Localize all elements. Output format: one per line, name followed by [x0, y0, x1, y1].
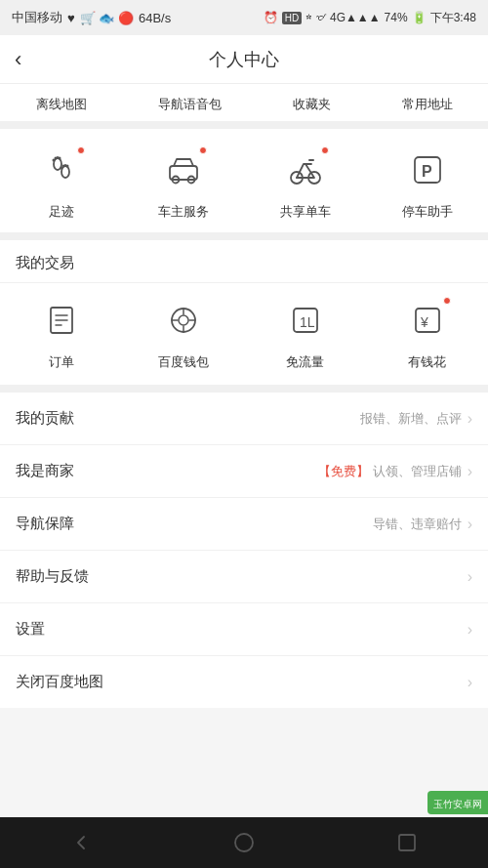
svg-point-9 [65, 165, 68, 168]
svg-text:1L: 1L [300, 314, 315, 330]
settings-chevron-icon: › [468, 621, 472, 639]
transaction-data-free[interactable]: 1L 免流量 [280, 295, 331, 371]
wallet-label: 百度钱包 [158, 353, 209, 371]
carrier-text: 中国移动 [12, 9, 62, 26]
my-transactions-label: 我的交易 [16, 254, 74, 270]
transaction-wallet[interactable]: 百度钱包 [158, 295, 209, 371]
speed-text: 64B/s [139, 11, 171, 25]
svg-point-23 [179, 315, 188, 325]
footprint-icon-wrapper [36, 145, 87, 195]
footprint-icon [42, 150, 81, 189]
heart-icon: ♥ [67, 11, 75, 25]
parking-icon: P [408, 150, 447, 189]
parking-label: 停车助手 [402, 203, 453, 221]
home-nav-button[interactable] [220, 818, 268, 867]
favorites-label: 收藏夹 [293, 96, 331, 113]
watermark: 玉竹安卓网 [427, 791, 488, 814]
header: ‹ 个人中心 [0, 35, 488, 84]
transactions-grid: 订单 百度钱包 1L 免流量 [0, 295, 488, 371]
contribution-right: 报错、新增、点评 › [360, 410, 472, 428]
quick-nav-offline-map[interactable]: 离线地图 [36, 96, 87, 113]
merchant-desc: 认领、管理店铺 [373, 463, 462, 480]
transaction-money[interactable]: ¥ 有钱花 [402, 295, 453, 371]
battery-icon: 🔋 [412, 11, 427, 24]
bike-red-dot [321, 146, 329, 154]
transaction-section-title: 我的交易 [0, 240, 488, 283]
page-title: 个人中心 [209, 48, 279, 71]
money-label: 有钱花 [408, 353, 446, 371]
car-icon [164, 150, 203, 189]
list-item-help[interactable]: 帮助与反馈 › [0, 551, 488, 603]
time-text: 下午3:48 [430, 10, 476, 26]
service-parking[interactable]: P 停车助手 [402, 145, 453, 221]
voice-pack-label: 导航语音包 [158, 96, 222, 113]
help-chevron-icon: › [468, 568, 472, 586]
contribution-desc: 报错、新增、点评 [360, 410, 462, 428]
merchant-label: 我是商家 [16, 462, 74, 480]
contribution-chevron-icon: › [468, 410, 472, 428]
data-free-icon: 1L [286, 301, 325, 340]
signal-icons: ☆ ᝫ 4G▲▲▲ [305, 11, 380, 24]
status-right: ⏰ HD ☆ ᝫ 4G▲▲▲ 74% 🔋 下午3:48 [264, 10, 476, 26]
wallet-icon [164, 301, 203, 340]
bike-icon-wrapper [280, 145, 331, 195]
parking-icon-wrapper: P [402, 145, 453, 195]
transactions-section: 订单 百度钱包 1L 免流量 [0, 283, 488, 393]
back-button[interactable]: ‹ [15, 47, 21, 72]
list-item-merchant[interactable]: 我是商家 【免费】 认领、管理店铺 › [0, 445, 488, 498]
money-red-dot [443, 297, 451, 305]
close-app-label: 关闭百度地图 [16, 673, 103, 691]
bike-icon [286, 150, 325, 189]
footprint-label: 足迹 [49, 203, 74, 221]
help-right: › [466, 568, 472, 586]
svg-text:¥: ¥ [420, 314, 428, 330]
services-section: 足迹 车主服务 [0, 129, 488, 240]
services-grid: 足迹 车主服务 [0, 145, 488, 221]
car-icon-wrapper [158, 145, 209, 195]
settings-label: 设置 [16, 620, 45, 639]
merchant-right: 【免费】 认领、管理店铺 › [318, 463, 472, 480]
shared-bike-label: 共享单车 [280, 203, 331, 221]
order-icon [42, 301, 81, 340]
data-free-label: 免流量 [286, 353, 324, 371]
transaction-order[interactable]: 订单 [36, 295, 87, 371]
quick-nav-voice-pack[interactable]: 导航语音包 [158, 96, 222, 113]
money-icon-wrapper: ¥ [402, 295, 453, 346]
money-icon: ¥ [408, 301, 447, 340]
nav-protection-right: 导错、违章赔付 › [373, 516, 472, 533]
help-label: 帮助与反馈 [16, 567, 89, 586]
svg-point-5 [58, 157, 61, 160]
list-section: 我的贡献 报错、新增、点评 › 我是商家 【免费】 认领、管理店铺 › 导航保障… [0, 393, 488, 708]
quick-nav: 离线地图 导航语音包 收藏夹 常用地址 [0, 84, 488, 129]
order-icon-wrapper [36, 295, 87, 346]
car-owner-label: 车主服务 [158, 203, 209, 221]
nav-protection-label: 导航保障 [16, 515, 74, 533]
svg-text:P: P [422, 163, 432, 180]
offline-map-label: 离线地图 [36, 96, 87, 113]
bottom-nav [0, 817, 488, 868]
battery-text: 74% [385, 11, 408, 24]
data-free-icon-wrapper: 1L [280, 295, 331, 346]
status-left: 中国移动 ♥ 🛒 🐟 🔴 64B/s [12, 9, 171, 26]
nav-protection-chevron-icon: › [468, 516, 472, 533]
service-shared-bike[interactable]: 共享单车 [280, 145, 331, 221]
wallet-icon-wrapper [158, 295, 209, 346]
clock-icon: ⏰ [264, 11, 278, 24]
list-item-settings[interactable]: 设置 › [0, 603, 488, 656]
service-car-owner[interactable]: 车主服务 [158, 145, 209, 221]
quick-nav-favorites[interactable]: 收藏夹 [293, 96, 331, 113]
nav-protection-desc: 导错、违章赔付 [373, 516, 462, 533]
list-item-contribution[interactable]: 我的贡献 报错、新增、点评 › [0, 393, 488, 445]
close-app-chevron-icon: › [468, 674, 472, 691]
footprint-red-dot [77, 146, 85, 154]
quick-nav-common-address[interactable]: 常用地址 [402, 96, 453, 113]
list-item-close-app[interactable]: 关闭百度地图 › [0, 656, 488, 708]
service-footprint[interactable]: 足迹 [36, 145, 87, 221]
back-nav-button[interactable] [57, 818, 105, 867]
merchant-chevron-icon: › [468, 463, 472, 480]
hd-icon: HD [282, 12, 302, 24]
merchant-free-tag: 【免费】 [318, 463, 369, 480]
list-item-nav-protection[interactable]: 导航保障 导错、违章赔付 › [0, 498, 488, 551]
recent-nav-button[interactable] [383, 818, 431, 867]
order-label: 订单 [49, 353, 74, 371]
